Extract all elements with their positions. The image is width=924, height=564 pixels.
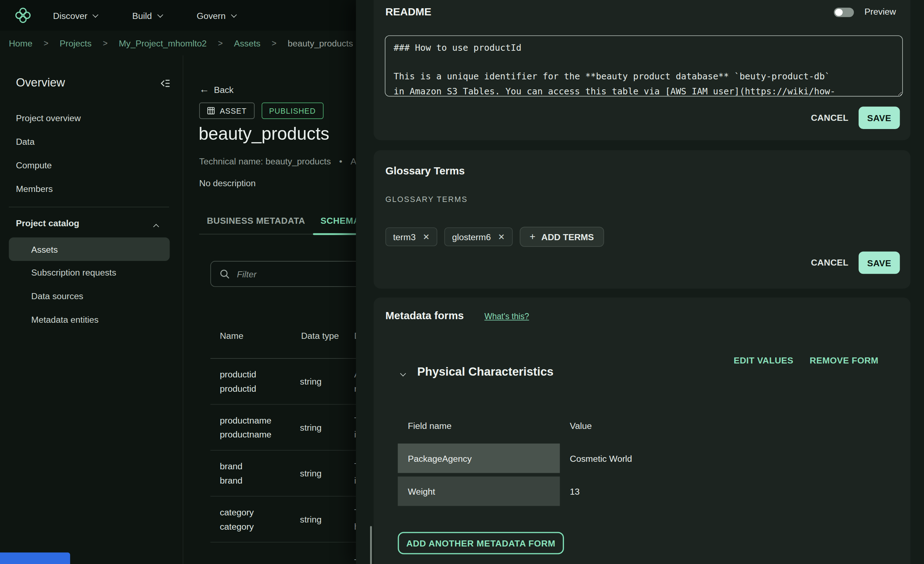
sidebar-section-project-catalog[interactable]: Project catalog bbox=[16, 218, 79, 228]
column-type: string bbox=[300, 514, 354, 524]
edit-values-button[interactable]: EDIT VALUES bbox=[734, 355, 794, 365]
sidebar-divider bbox=[9, 206, 169, 207]
field-name-cell: Weight bbox=[398, 476, 560, 506]
collapse-sidebar-icon[interactable] bbox=[160, 78, 171, 89]
back-button[interactable]: ← Back bbox=[199, 84, 234, 96]
browser-link-preview bbox=[0, 552, 70, 564]
breadcrumb-separator: > bbox=[218, 38, 222, 48]
form-section-title: Physical Characteristics bbox=[417, 365, 554, 379]
readme-card: README Preview ### How to use productId … bbox=[374, 0, 910, 140]
asset-edit-panel: README Preview ### How to use productId … bbox=[356, 0, 924, 564]
chevron-down-icon bbox=[157, 12, 163, 17]
glossary-cancel-button[interactable]: CANCEL bbox=[811, 257, 849, 267]
column-subname: category bbox=[220, 519, 300, 534]
asset-description: No description bbox=[199, 178, 256, 188]
remove-form-button[interactable]: REMOVE FORM bbox=[810, 355, 878, 365]
back-label: Back bbox=[214, 84, 234, 94]
sidebar-item-metadata-entities[interactable]: Metadata entities bbox=[31, 313, 98, 326]
form-field-row: PackageAgency Cosmetic World bbox=[398, 444, 910, 473]
toggle-knob bbox=[835, 9, 843, 16]
column-subname: productid bbox=[220, 381, 300, 396]
column-subname: brand bbox=[220, 473, 300, 488]
breadcrumb: Home > Projects > My_Project_mhomlto2 > … bbox=[0, 31, 353, 55]
field-value-cell: Cosmetic World bbox=[560, 453, 632, 463]
chevron-down-icon[interactable] bbox=[400, 368, 404, 378]
sidebar-item-assets[interactable]: Assets bbox=[9, 237, 170, 261]
app-window: Discover Build Govern Home > Projects > … bbox=[0, 0, 924, 564]
column-type: string bbox=[300, 422, 354, 432]
breadcrumb-assets[interactable]: Assets bbox=[234, 38, 260, 48]
meta-truncated: A bbox=[350, 156, 357, 166]
glossary-chips: term3 ✕ glosterm6 ✕ + ADD TERMS bbox=[386, 227, 604, 247]
glossary-title: Glossary Terms bbox=[386, 165, 465, 177]
field-value-cell: 13 bbox=[560, 486, 580, 496]
column-name: category bbox=[220, 505, 300, 519]
nav-menu-label: Discover bbox=[53, 10, 87, 20]
term-label: glosterm6 bbox=[452, 232, 491, 242]
sidebar-item-data[interactable]: Data bbox=[16, 135, 34, 148]
nav-menu-label: Build bbox=[132, 10, 152, 20]
nav-menu-label: Govern bbox=[196, 10, 226, 20]
chevron-up-icon bbox=[153, 221, 158, 232]
sidebar-item-compute[interactable]: Compute bbox=[16, 159, 51, 172]
chevron-down-icon bbox=[231, 12, 237, 17]
preview-toggle[interactable] bbox=[834, 7, 854, 17]
glossary-term-chip: glosterm6 ✕ bbox=[444, 227, 512, 246]
column-name: brand bbox=[220, 459, 300, 474]
meta-bullet: • bbox=[339, 156, 342, 166]
whats-this-link[interactable]: What's this? bbox=[484, 312, 529, 321]
sidebar-item-subscription-requests[interactable]: Subscription requests bbox=[31, 266, 116, 279]
breadcrumb-project[interactable]: My_Project_mhomlto2 bbox=[119, 38, 207, 48]
readme-save-button[interactable]: SAVE bbox=[858, 106, 900, 129]
glossary-card: Glossary Terms GLOSSARY TERMS term3 ✕ gl… bbox=[374, 150, 910, 289]
asset-badges: ASSET PUBLISHED bbox=[199, 103, 323, 119]
breadcrumb-projects[interactable]: Projects bbox=[60, 38, 92, 48]
field-name-cell: PackageAgency bbox=[398, 444, 560, 473]
column-header-field-name: Field name bbox=[398, 421, 560, 431]
remove-term-icon[interactable]: ✕ bbox=[498, 232, 504, 241]
column-name: productname bbox=[220, 413, 300, 428]
sidebar-item-members[interactable]: Members bbox=[16, 183, 52, 196]
asset-title: beauty_products bbox=[198, 124, 329, 144]
app-logo[interactable] bbox=[14, 6, 32, 24]
nav-menu-govern[interactable]: Govern bbox=[196, 10, 235, 20]
sidebar-title: Overview bbox=[16, 76, 65, 90]
column-type: string bbox=[300, 376, 354, 386]
metadata-forms-title: Metadata forms bbox=[386, 310, 464, 322]
table-grid-icon bbox=[207, 106, 215, 115]
nav-menu-build[interactable]: Build bbox=[132, 10, 161, 20]
flower-logo-icon bbox=[14, 6, 32, 24]
breadcrumb-home[interactable]: Home bbox=[9, 38, 33, 48]
column-subname: productname bbox=[220, 428, 300, 442]
column-header-name: Name bbox=[220, 331, 300, 341]
sidebar: Overview Project overview Data Compute M… bbox=[0, 55, 183, 564]
form-field-row: Weight 13 bbox=[398, 476, 910, 506]
glossary-save-button[interactable]: SAVE bbox=[858, 251, 900, 274]
breadcrumb-separator: > bbox=[272, 38, 276, 48]
term-label: term3 bbox=[393, 232, 416, 242]
add-terms-label: ADD TERMS bbox=[542, 232, 594, 242]
asset-badge-label: ASSET bbox=[220, 106, 247, 115]
sidebar-item-data-sources[interactable]: Data sources bbox=[31, 290, 83, 303]
glossary-term-chip: term3 ✕ bbox=[386, 227, 437, 246]
panel-scrollbar-thumb[interactable] bbox=[370, 526, 372, 564]
column-header-data-type: Data type bbox=[300, 331, 354, 341]
remove-term-icon[interactable]: ✕ bbox=[423, 232, 429, 241]
sidebar-item-project-overview[interactable]: Project overview bbox=[16, 112, 81, 125]
technical-name: Technical name: beauty_products bbox=[199, 156, 331, 166]
asset-type-badge: ASSET bbox=[199, 103, 254, 119]
column-header-value: Value bbox=[560, 421, 592, 431]
chevron-down-icon bbox=[93, 12, 98, 17]
add-terms-button[interactable]: + ADD TERMS bbox=[520, 227, 604, 247]
asset-meta-line: Technical name: beauty_products • A bbox=[199, 156, 357, 166]
tab-business-metadata[interactable]: BUSINESS METADATA bbox=[199, 212, 313, 234]
back-arrow-icon: ← bbox=[199, 84, 209, 96]
readme-cancel-button[interactable]: CANCEL bbox=[811, 112, 849, 123]
readme-editor[interactable]: ### How to use productId This is a uniqu… bbox=[385, 35, 903, 97]
search-icon bbox=[219, 268, 230, 279]
published-status-badge: PUBLISHED bbox=[261, 103, 323, 119]
nav-menu-discover[interactable]: Discover bbox=[53, 10, 97, 20]
form-table-header: Field name Value bbox=[398, 421, 592, 431]
breadcrumb-separator: > bbox=[44, 38, 48, 48]
add-metadata-form-button[interactable]: ADD ANOTHER METADATA FORM bbox=[398, 532, 564, 554]
